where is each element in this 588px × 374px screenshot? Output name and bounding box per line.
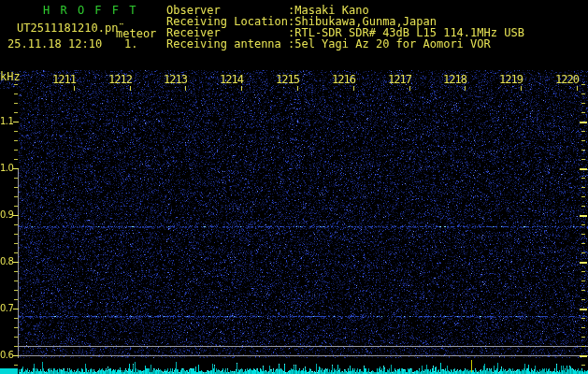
time-label: 1212 [104, 74, 132, 86]
capture-filename: UT2511181210.pn¨ [17, 22, 125, 35]
time-label: 1211 [48, 74, 76, 86]
time-label: 1217 [383, 74, 411, 86]
app-title: H R O F F T [43, 5, 137, 17]
time-label: 1215 [271, 74, 299, 86]
antenna-value: :5el Yagi Az 20 for Aomori VOR [288, 38, 491, 50]
freq-label: 0.7 [0, 303, 13, 313]
time-label: 1218 [438, 74, 466, 86]
yaxis-unit-label: kHz [0, 71, 21, 83]
time-label: 1214 [215, 74, 243, 86]
freq-label: 0.8 [0, 256, 13, 266]
time-label: 1220 [551, 74, 579, 86]
time-label: 1213 [159, 74, 187, 86]
freq-label: 0.6 [0, 350, 13, 360]
datetime-label: 25.11.18 12:10 [7, 38, 102, 50]
freq-label: 1.1 [0, 116, 13, 126]
time-label: 1219 [495, 74, 523, 86]
time-label: 1216 [327, 74, 355, 86]
hrofft-window: H R O F F T UT2511181210.pn¨ meteor 25.1… [0, 0, 588, 374]
counter-label: 1. [124, 38, 137, 50]
freq-label: 0.9 [0, 209, 13, 220]
freq-label: 1.0 [0, 163, 13, 173]
antenna-label: Receiving antenna [166, 38, 281, 50]
spectrogram-canvas [0, 0, 588, 374]
